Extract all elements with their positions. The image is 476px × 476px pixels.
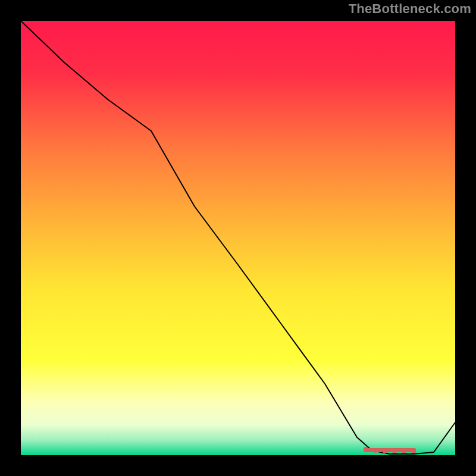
marker-dot <box>373 448 378 453</box>
marker-dot <box>364 447 368 452</box>
gradient-background <box>21 21 455 455</box>
marker-dot <box>411 449 416 453</box>
plot-area <box>21 21 455 455</box>
chart-svg <box>21 21 455 455</box>
chart-frame: TheBottleneck.com <box>0 0 476 476</box>
marker-dot <box>392 449 397 453</box>
watermark-text: TheBottleneck.com <box>349 1 471 17</box>
marker-dot <box>402 449 406 453</box>
marker-dot <box>383 449 387 453</box>
marker-bar <box>364 448 416 452</box>
